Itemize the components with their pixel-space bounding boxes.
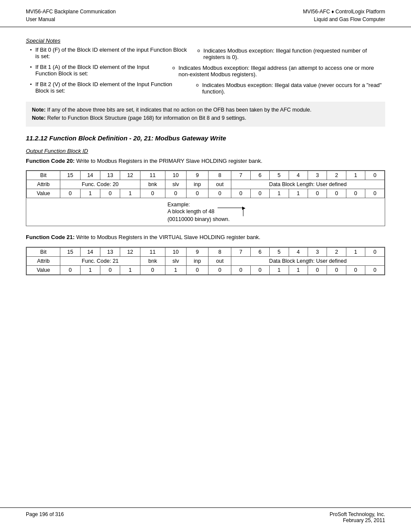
val21-12: 1 [120,265,140,274]
val21-9: 0 [186,265,209,274]
list-item: If Bit 2 (V) of the Block ID element of … [26,81,385,96]
val21-8: 0 [209,265,231,274]
table-row: Bit 15 14 13 12 11 10 9 8 7 6 5 4 3 2 1 [27,247,385,256]
example-line2: A block length of 48 [168,208,216,215]
bit-14: 14 [80,247,100,256]
bit-4: 4 [289,247,308,256]
bit-1: 1 [346,247,365,256]
header-right-line2: Liquid and Gas Flow Computer [303,16,385,23]
val-12: 1 [120,189,140,198]
note2-text: Refer to Function Block Structure (page … [46,115,246,121]
val21-3: 0 [308,265,327,274]
val21-1: 0 [346,265,365,274]
bit-7: 7 [231,247,250,256]
list-item-text: If Bit 0 (F) of the Block ID element of … [35,47,189,59]
inp-label: inp [186,180,209,189]
sub-list-3: Indicates Modbus exception: Illegal data… [187,82,385,96]
bit-13: 13 [100,171,120,180]
val21-13: 0 [100,265,120,274]
example-line1: Example: [168,202,190,208]
func20-description: Function Code 20: Write to Modbus Regist… [26,157,385,165]
bit-7: 7 [231,171,250,180]
bit-2: 2 [327,247,346,256]
val21-14: 1 [80,265,100,274]
list-item: Indicates Modbus exception: Illegal data… [187,82,385,95]
bnk-label: bnk [140,256,165,265]
func-code-21: Func. Code: 21 [60,256,140,265]
out-label: out [209,256,231,265]
bit-1: 1 [346,171,365,180]
bit-3: 3 [308,247,327,256]
table21: Bit 15 14 13 12 11 10 9 8 7 6 5 4 3 2 1 [26,247,385,275]
val-13: 0 [100,189,120,198]
bit-8: 8 [209,247,231,256]
val-6: 0 [250,189,269,198]
val21-11: 0 [140,265,165,274]
special-notes-list-3: If Bit 2 (V) of the Block ID element of … [26,81,385,96]
bnk-label: bnk [140,180,165,189]
table-row: Value 0 1 0 1 0 1 0 0 0 0 1 1 0 0 0 0 [27,265,385,274]
bit-0: 0 [365,171,385,180]
val-10: 0 [165,189,186,198]
bit-label: Bit [27,171,60,180]
main-content: Special Notes If Bit 0 (F) of the Block … [0,27,411,291]
output-block-subtitle: Output Function Block ID [26,148,385,154]
section-heading: 11.2.12 Function Block Definition - 20, … [26,134,385,142]
header-left-line1: MVI56-AFC Backplane Communication [26,8,116,16]
val-1: 0 [346,189,365,198]
page-header: MVI56-AFC Backplane Communication User M… [0,0,411,27]
bit-5: 5 [270,171,289,180]
val21-0: 0 [365,265,385,274]
val21-7: 0 [231,265,250,274]
bit-6: 6 [250,171,269,180]
value-label: Value [27,189,60,198]
func21-bold: Function Code 21: [26,234,75,240]
val-14: 1 [80,189,100,198]
arrow-line: ▶ [218,208,243,216]
bit-0: 0 [365,247,385,256]
bit-10: 10 [165,171,186,180]
list-item: If Bit 0 (F) of the Block ID element of … [26,47,385,61]
val-3: 0 [308,189,327,198]
func21-description: Function Code 21: Write to Modbus Regist… [26,233,385,242]
bit-15: 15 [60,247,80,256]
footer-right-line2: February 25, 2011 [330,517,385,523]
data-block-length: Data Block Length: User defined [231,256,385,265]
table20-container: Bit 15 14 13 12 11 10 9 8 7 6 5 4 3 2 1 [26,170,385,226]
header-right: MVI56-AFC ♦ ControlLogix Platform Liquid… [303,8,385,23]
val-5: 1 [270,189,289,198]
func21-text: Write to Modbus Registers in the VIRTUAL… [75,234,260,240]
val21-2: 0 [327,265,346,274]
slv-label: slv [165,256,186,265]
example-row: Example: A block length of 48 ▶ (0011000… [27,198,385,226]
sub-item-text: Indicates Modbus exception: Illegal func… [203,47,385,60]
header-right-line1: MVI56-AFC ♦ ControlLogix Platform [303,8,385,16]
footer-left: Page 196 of 316 [26,511,64,523]
bit-label: Bit [27,247,60,256]
bit-11: 11 [140,247,165,256]
table21-container: Bit 15 14 13 12 11 10 9 8 7 6 5 4 3 2 1 [26,247,385,275]
func20-bold: Function Code 20: [26,158,75,164]
bit-12: 12 [120,247,140,256]
bit-11: 11 [140,171,165,180]
val21-5: 1 [270,265,289,274]
val-8: 0 [209,189,231,198]
func20-text: Write to Modbus Registers in the PRIMARY… [75,158,262,164]
page: MVI56-AFC Backplane Communication User M… [0,0,411,532]
val-11: 0 [140,189,165,198]
table-row: Attrib Func. Code: 21 bnk slv inp out Da… [27,256,385,265]
table-row: Bit 15 14 13 12 11 10 9 8 7 6 5 4 3 2 1 [27,171,385,180]
example-cell: Example: A block length of 48 ▶ (0011000… [27,198,385,226]
list-item: Indicates Modbus exception: Illegal func… [189,47,385,60]
note2-label: Note: [32,115,46,121]
val-0: 0 [365,189,385,198]
example-content: Example: A block length of 48 ▶ (0011000… [168,202,244,222]
bit-3: 3 [308,171,327,180]
val21-15: 0 [60,265,80,274]
example-line3: (00110000 binary) shown. [168,216,230,222]
header-left-line2: User Manual [26,16,116,23]
sub-list-2: Indicates Modbus exception: Illegal addr… [164,65,385,78]
special-notes-list-2: If Bit 1 (A) of the Block ID element of … [26,64,385,78]
value-label: Value [27,265,60,274]
bit-15: 15 [60,171,80,180]
